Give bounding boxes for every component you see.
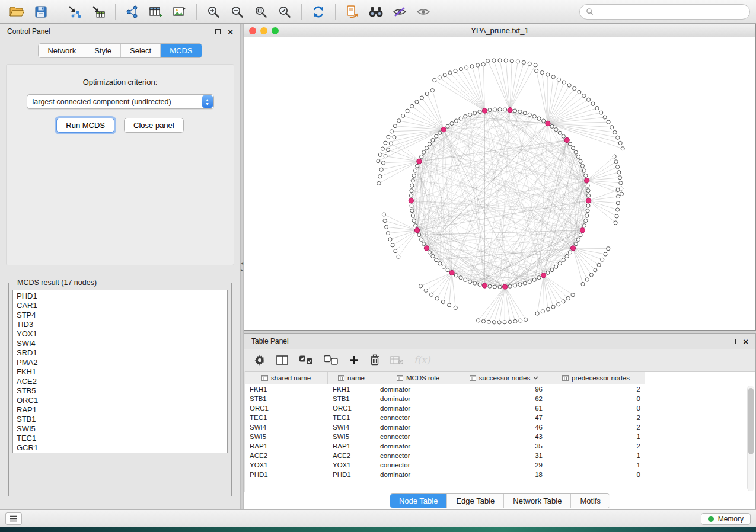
export-image-button[interactable] [168, 2, 191, 21]
cell-successor-nodes: 61 [461, 405, 547, 412]
run-mcds-button[interactable]: Run MCDS [56, 118, 114, 133]
open-session-button[interactable] [6, 2, 28, 21]
close-window-icon[interactable] [249, 27, 256, 34]
splitter-collapse-icon[interactable]: ◂ [241, 261, 243, 266]
close-table-panel-icon[interactable]: × [743, 337, 748, 346]
binoculars-icon [368, 6, 384, 18]
tab-network-table[interactable]: Network Table [504, 494, 571, 508]
mcds-node-item[interactable]: TEC1 [17, 434, 227, 443]
new-network-button[interactable] [121, 2, 143, 21]
minimize-window-icon[interactable] [260, 27, 267, 34]
table-settings-button[interactable] [254, 354, 266, 366]
zoom-fit-magnifier-icon [254, 5, 268, 19]
close-panel-icon[interactable]: × [228, 27, 233, 36]
column-header-name[interactable]: name [328, 372, 375, 384]
table-row[interactable]: FKH1FKH1dominator962 [245, 384, 755, 394]
tab-mcds[interactable]: MCDS [161, 44, 201, 57]
toolbar-separator [335, 4, 336, 20]
float-panel-icon[interactable] [215, 29, 221, 34]
scrollbar-thumb[interactable] [748, 388, 754, 454]
import-table-button[interactable] [87, 2, 110, 21]
table-row[interactable]: ACE2ACE2connector311 [245, 451, 755, 460]
float-table-panel-icon[interactable] [731, 339, 736, 344]
table-row[interactable]: SWI4SWI4dominator462 [245, 422, 755, 432]
deselect-all-button[interactable] [324, 355, 338, 365]
status-menu-button[interactable] [5, 512, 22, 525]
table-row[interactable]: TEC1TEC1connector472 [245, 413, 755, 422]
table-disabled-icon [390, 355, 403, 365]
new-table-button[interactable] [145, 2, 167, 21]
column-grid-icon [261, 375, 268, 381]
import-network-button[interactable] [63, 2, 86, 21]
table-scrollbar[interactable] [747, 386, 754, 491]
tab-edge-table[interactable]: Edge Table [447, 494, 504, 508]
mcds-node-item[interactable]: FKH1 [17, 367, 227, 377]
search-input[interactable] [597, 8, 744, 16]
table-tabs: Node TableEdge TableNetwork TableMotifs [390, 493, 610, 508]
trash-icon [370, 354, 379, 366]
mcds-node-item[interactable]: RAP1 [17, 405, 227, 415]
tab-network[interactable]: Network [39, 44, 85, 57]
select-all-button[interactable] [299, 355, 313, 365]
save-session-button[interactable] [30, 2, 52, 21]
maximize-window-icon[interactable] [272, 27, 279, 34]
list-icon [9, 515, 18, 522]
mcds-node-item[interactable]: ACE2 [17, 377, 227, 386]
memory-button[interactable]: Memory [701, 513, 751, 525]
toggle-columns-button[interactable] [276, 355, 288, 366]
zoom-in-button[interactable] [202, 2, 225, 21]
zoom-fit-button[interactable] [250, 2, 272, 21]
mcds-node-item[interactable]: PMA2 [17, 358, 227, 367]
table-row[interactable]: ORC1ORC1dominator610 [245, 403, 755, 413]
tab-select[interactable]: Select [121, 44, 161, 57]
mcds-node-item[interactable]: YOX1 [17, 329, 227, 339]
mcds-node-item[interactable]: SWI5 [17, 424, 227, 434]
find-button[interactable] [365, 2, 387, 21]
mcds-node-item[interactable]: ORC1 [17, 396, 227, 405]
tab-node-table[interactable]: Node Table [390, 494, 448, 508]
table-row[interactable]: RAP1RAP1dominator352 [245, 441, 755, 451]
mcds-node-item[interactable]: SRD1 [17, 348, 227, 358]
column-header-shared-name[interactable]: shared name [245, 372, 328, 384]
table-row[interactable]: STB1STB1dominator620 [245, 394, 755, 403]
refresh-view-button[interactable] [307, 2, 330, 21]
cell-shared-name: RAP1 [245, 443, 328, 450]
column-header-predecessor-nodes[interactable]: predecessor nodes [547, 372, 645, 384]
mcds-node-item[interactable]: CAR1 [17, 301, 227, 310]
mcds-node-item[interactable]: STB5 [17, 386, 227, 396]
table-row[interactable]: PHD1PHD1dominator180 [245, 470, 755, 479]
tab-style[interactable]: Style [85, 44, 121, 57]
mcds-node-item[interactable]: STP4 [17, 310, 227, 320]
control-panel-titlebar: Control Panel × [0, 24, 240, 39]
close-panel-button[interactable]: Close panel [124, 118, 184, 133]
optimization-criterion-select[interactable]: largest connected component (undirected)… [27, 94, 214, 109]
mcds-node-item[interactable]: SWI4 [17, 339, 227, 348]
mcds-result-title: MCDS result (17 nodes) [15, 278, 99, 287]
column-header-MCDS-role[interactable]: MCDS role [375, 372, 461, 384]
show-view-button[interactable] [412, 2, 435, 21]
search-icon [586, 8, 594, 15]
network-window-titlebar: YPA_prune.txt_1 [244, 24, 755, 37]
table-row[interactable]: SWI5SWI5connector431 [245, 432, 755, 441]
column-header-successor-nodes[interactable]: successor nodes [461, 372, 547, 384]
sort-chevron-icon [533, 376, 538, 380]
zoom-selected-button[interactable] [273, 2, 296, 21]
table-panel-titlebar: Table Panel × [244, 334, 755, 349]
cell-name: ACE2 [328, 452, 375, 459]
delete-columns-button[interactable] [370, 354, 379, 366]
mcds-result-list[interactable]: PHD1CAR1STP4TID3YOX1SWI4SRD1PMA2FKH1ACE2… [12, 290, 228, 453]
mcds-node-item[interactable]: STB1 [17, 415, 227, 424]
zoom-out-button[interactable] [226, 2, 248, 21]
share-document-button[interactable] [341, 2, 363, 21]
mcds-node-item[interactable]: PHD1 [17, 291, 227, 301]
cell-name: PHD1 [328, 471, 375, 478]
splitter-expand-icon[interactable]: ▸ [241, 267, 243, 273]
tab-motifs[interactable]: Motifs [571, 494, 610, 508]
cell-predecessor-nodes: 2 [547, 424, 645, 431]
add-column-button[interactable] [349, 355, 359, 366]
toggle-graphics-button[interactable] [388, 2, 411, 21]
network-canvas[interactable] [244, 37, 755, 330]
mcds-node-item[interactable]: GCR1 [17, 443, 227, 453]
mcds-node-item[interactable]: TID3 [17, 320, 227, 329]
table-row[interactable]: YOX1YOX1connector291 [245, 460, 755, 470]
